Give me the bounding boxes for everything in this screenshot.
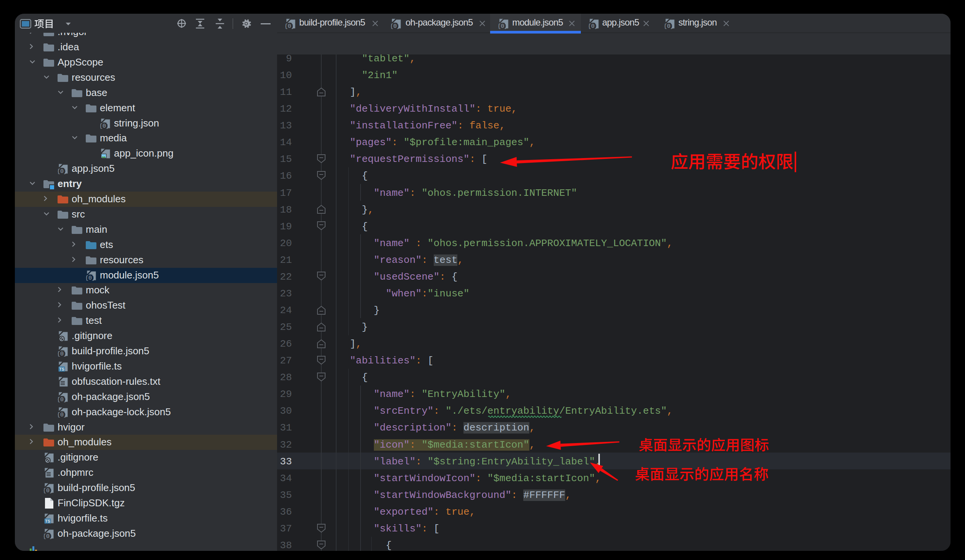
svg-text:{0}: {0} <box>44 533 53 539</box>
svg-text:{0}: {0} <box>499 23 508 29</box>
svg-text:{0}: {0} <box>589 23 598 29</box>
svg-text:{0}: {0} <box>285 23 294 29</box>
svg-text:{0}: {0} <box>44 488 53 494</box>
svg-text:{0}: {0} <box>665 23 674 29</box>
svg-text:TS: TS <box>45 519 50 523</box>
svg-text:{0}: {0} <box>86 275 95 281</box>
svg-text:{0}: {0} <box>58 397 67 403</box>
svg-text:{0}: {0} <box>58 412 67 418</box>
svg-text:{0}: {0} <box>58 168 67 175</box>
svg-text:{0}: {0} <box>100 123 110 129</box>
svg-text:{0}: {0} <box>391 23 400 29</box>
svg-text:{0}: {0} <box>58 351 67 357</box>
svg-text:TS: TS <box>59 367 64 371</box>
